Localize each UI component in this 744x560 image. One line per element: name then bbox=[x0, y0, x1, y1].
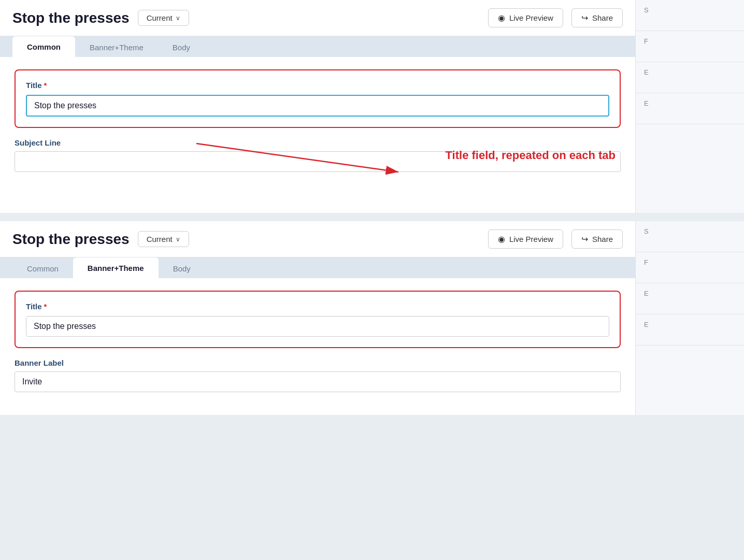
panel-2-header: Stop the presses Current ∨ ◉ Live Previe… bbox=[0, 221, 635, 257]
tab-banner-theme-1[interactable]: Banner+Theme bbox=[75, 37, 158, 57]
chevron-down-icon-2: ∨ bbox=[176, 236, 180, 243]
annotation-text: Title field, repeated on each tab bbox=[446, 149, 616, 162]
required-star-2: * bbox=[44, 302, 47, 311]
eye-icon-1: ◉ bbox=[498, 13, 505, 23]
title-label-2: Title * bbox=[26, 302, 609, 311]
title-label-1: Title * bbox=[26, 81, 609, 90]
panel-1-main: Stop the presses Current ∨ ◉ Live Previe… bbox=[0, 0, 635, 213]
sidebar-item-3: E bbox=[636, 62, 744, 93]
share-button-2[interactable]: ↪ Share bbox=[571, 229, 623, 249]
banner-label-section: Banner Label bbox=[15, 358, 621, 392]
tab-common-2[interactable]: Common bbox=[12, 258, 73, 278]
panel-2-layout: Stop the presses Current ∨ ◉ Live Previe… bbox=[0, 221, 744, 415]
version-dropdown-1[interactable]: Current ∨ bbox=[138, 10, 189, 26]
share-button-1[interactable]: ↪ Share bbox=[571, 8, 623, 27]
share-label-1: Share bbox=[592, 13, 613, 22]
subject-line-label-1: Subject Line bbox=[15, 138, 621, 147]
version-label-1: Current bbox=[147, 13, 173, 22]
banner-label-input[interactable] bbox=[15, 371, 621, 392]
sidebar-item-8: E bbox=[636, 314, 744, 346]
live-preview-button-2[interactable]: ◉ Live Preview bbox=[488, 229, 563, 249]
live-preview-label-2: Live Preview bbox=[509, 235, 553, 243]
version-dropdown-2[interactable]: Current ∨ bbox=[138, 231, 189, 247]
panel-2: Stop the presses Current ∨ ◉ Live Previe… bbox=[0, 221, 744, 415]
sidebar-item-5: S bbox=[636, 221, 744, 252]
panel-2-body: Title * Banner Label bbox=[0, 278, 635, 415]
tab-banner-theme-2[interactable]: Banner+Theme bbox=[73, 257, 159, 279]
page-title-2: Stop the presses bbox=[12, 231, 130, 248]
chevron-down-icon-1: ∨ bbox=[176, 15, 180, 22]
banner-label-label: Banner Label bbox=[15, 358, 621, 367]
required-star-1: * bbox=[44, 81, 47, 90]
panel-1-layout: Stop the presses Current ∨ ◉ Live Previe… bbox=[0, 0, 744, 213]
tab-body-1[interactable]: Body bbox=[158, 37, 205, 57]
panel-1-header: Stop the presses Current ∨ ◉ Live Previe… bbox=[0, 0, 635, 36]
title-field-section-2: Title * bbox=[15, 291, 621, 348]
annotation-area: Subject Line Title field, repeated on ea… bbox=[15, 138, 621, 200]
sidebar-item-6: F bbox=[636, 252, 744, 283]
panel-2-main: Stop the presses Current ∨ ◉ Live Previe… bbox=[0, 221, 635, 415]
panel-1-sidebar: S F E E bbox=[635, 0, 744, 213]
tabs-bar-2: Common Banner+Theme Body bbox=[0, 257, 635, 278]
sidebar-item-1: S bbox=[636, 0, 744, 31]
panel-1: Stop the presses Current ∨ ◉ Live Previe… bbox=[0, 0, 744, 213]
title-field-section-1: Title * bbox=[15, 69, 621, 128]
sidebar-item-7: E bbox=[636, 283, 744, 314]
title-input-2[interactable] bbox=[26, 316, 609, 337]
share-icon-2: ↪ bbox=[581, 234, 588, 244]
share-label-2: Share bbox=[592, 235, 613, 243]
live-preview-button-1[interactable]: ◉ Live Preview bbox=[488, 8, 563, 27]
tabs-bar-1: Common Banner+Theme Body bbox=[0, 36, 635, 57]
title-input-1[interactable] bbox=[26, 95, 609, 117]
sidebar-item-2: F bbox=[636, 31, 744, 62]
page-title-1: Stop the presses bbox=[12, 10, 130, 26]
live-preview-label-1: Live Preview bbox=[509, 13, 553, 22]
tab-common-1[interactable]: Common bbox=[12, 36, 75, 58]
eye-icon-2: ◉ bbox=[498, 234, 505, 244]
version-label-2: Current bbox=[147, 235, 173, 243]
panel-2-sidebar: S F E E bbox=[635, 221, 744, 415]
panel-divider bbox=[0, 217, 744, 221]
share-icon-1: ↪ bbox=[581, 13, 588, 23]
panel-1-body: Title * Subject Line Title fie bbox=[0, 57, 635, 213]
sidebar-item-4: E bbox=[636, 93, 744, 124]
tab-body-2[interactable]: Body bbox=[159, 258, 205, 278]
